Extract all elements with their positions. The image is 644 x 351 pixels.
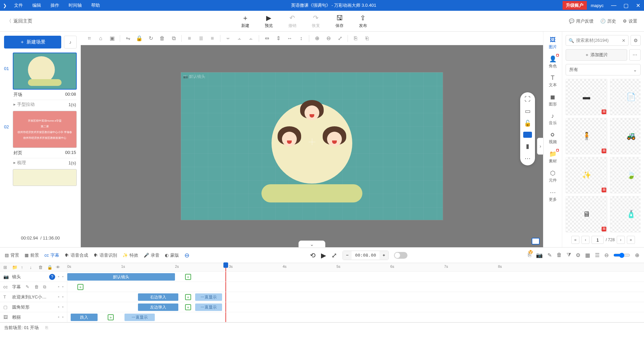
canvas[interactable]: 📷 默认镜头 ⛶ ▭ 🔓 ▮ ⋯ › (81, 45, 543, 247)
rounded-rect-shape[interactable] (261, 184, 362, 202)
asset-tile-7[interactable]: 🍃商 (610, 157, 641, 193)
tab-视频[interactable]: ⭘视频 (545, 129, 561, 147)
scene-sound-button[interactable]: ♪ (64, 36, 77, 49)
track-shape[interactable]: ▢ 圆角矩形 •• (0, 302, 67, 312)
add-keyframe[interactable]: + (185, 304, 191, 310)
header-历史[interactable]: 🕘历史 (600, 18, 616, 24)
settings-tl-icon[interactable]: ⚙ (576, 252, 580, 258)
edit-track-icon[interactable]: ✎ (547, 252, 552, 258)
asset-tile-9[interactable]: 🖥商 (566, 196, 607, 232)
list-icon[interactable]: ☰ (595, 252, 600, 258)
header-设置[interactable]: ⚙设置 (623, 18, 637, 24)
dist-h-icon[interactable]: ⇔ (262, 33, 272, 43)
tab-音乐[interactable]: ♪音乐 (545, 110, 561, 128)
keyframe-icon[interactable]: ⎘V (528, 252, 531, 258)
asset-tile-6[interactable]: ✨商 (566, 157, 607, 193)
upgrade-button[interactable]: 升级账户 (563, 1, 587, 10)
camera-tool-icon[interactable]: 📷 (536, 252, 543, 258)
folder-icon[interactable]: 📁 (12, 265, 18, 270)
zoom-out-icon[interactable]: ⊖ (323, 33, 333, 43)
tab-图片[interactable]: 🖼图片 (545, 34, 561, 52)
time-minus[interactable]: − (343, 251, 352, 260)
fit-icon[interactable]: ⤢ (335, 33, 345, 43)
page-last[interactable]: » (627, 236, 635, 244)
menu-file[interactable]: 文件 (9, 2, 28, 8)
asset-tile-0[interactable]: ▬商 (566, 79, 607, 115)
stage[interactable]: 📷 默认镜头 (181, 72, 443, 220)
time-plus[interactable]: + (380, 251, 388, 260)
align-bottom-icon[interactable]: ⫠ (246, 33, 256, 43)
search-input[interactable]: 🔍 搜索素材(26194) ✕ (566, 35, 629, 46)
up-icon[interactable]: ↑ (21, 265, 27, 270)
copy-icon[interactable]: ⎘ (351, 33, 361, 43)
asset-tile-10[interactable]: 🧴商 (610, 196, 641, 232)
page-prev[interactable]: ‹ (581, 236, 589, 244)
expand-button[interactable]: ⤢ (331, 251, 337, 259)
device-icon[interactable]: ▮ (526, 142, 529, 150)
back-home[interactable]: 〈 返回主页 (0, 18, 39, 24)
minimap-icon[interactable] (532, 238, 540, 245)
tab-素材[interactable]: 📁素材◼ (545, 148, 561, 166)
page-first[interactable]: « (571, 236, 579, 244)
camera-clip[interactable]: 默认镜头 (67, 273, 175, 281)
collapse-right-icon[interactable]: › (537, 138, 544, 155)
scene-01[interactable]: 01开场00:08▸ 手型拉动1(s) (4, 53, 77, 109)
copy-status-icon[interactable]: ⎘ (45, 325, 48, 330)
img-stay-clip[interactable]: 一直显示 (124, 314, 155, 321)
duplicate-icon[interactable]: ⧉ (169, 33, 179, 43)
bring-front-icon[interactable]: ▣ (107, 33, 117, 43)
add-image-button[interactable]: ＋ 添加图片 (566, 49, 627, 61)
tlmode-字幕[interactable]: cc字幕 (44, 252, 59, 258)
add-keyframe[interactable]: + (108, 314, 114, 320)
rewind-button[interactable]: ⟲ (310, 251, 316, 259)
category-select[interactable]: 所有 ⌄ (566, 64, 641, 75)
tlmode-前景[interactable]: ▦前景 (25, 252, 39, 258)
tlmode-蒙版[interactable]: ◐蒙版 (165, 252, 179, 258)
panel-handle[interactable]: ⌄ (298, 241, 325, 248)
toolbar-发布[interactable]: ⇪发布 (351, 13, 375, 29)
lock-icon[interactable]: 🔒 (134, 33, 144, 43)
edit-icon[interactable]: ✎ (26, 284, 32, 289)
img-enter-clip[interactable]: 跌入 (71, 314, 98, 321)
zoom-out-tl-icon[interactable]: ⊖ (604, 252, 609, 258)
maximize-button[interactable]: ▢ (620, 2, 632, 9)
asset-tile-4[interactable]: 🚜商 (610, 118, 641, 154)
zoom-in-tl-icon[interactable]: ⊕ (635, 252, 639, 258)
tab-文本[interactable]: T文本 (545, 72, 561, 90)
header-用户反馈[interactable]: 💬用户反馈 (569, 18, 594, 24)
track-text[interactable]: T 欢迎来到LYC小课堂 •• (0, 292, 67, 302)
align-top-icon[interactable]: ⫟ (223, 33, 233, 43)
page-input[interactable] (592, 236, 604, 244)
filter-button[interactable]: ⚙ (631, 35, 641, 46)
menu-help[interactable]: 帮助 (86, 2, 105, 8)
crop-icon[interactable]: ⌗ (84, 33, 94, 43)
align-middle-icon[interactable]: ⫠ (235, 33, 245, 43)
grid-icon[interactable]: ▦ (585, 252, 590, 258)
new-scene-button[interactable]: ＋ 新建场景 (4, 36, 61, 49)
unlock-icon[interactable]: 🔓 (524, 120, 531, 127)
minimize-button[interactable]: — (608, 2, 620, 8)
tab-角色[interactable]: 👤角色◼ (545, 53, 561, 71)
tab-元件[interactable]: ⬡元件 (545, 167, 561, 185)
trash-sub-icon[interactable]: 🗑 (34, 284, 40, 289)
layer-icon[interactable]: ▭ (525, 107, 531, 115)
trash-icon[interactable]: 🗑 (557, 252, 562, 258)
spacing-v-icon[interactable]: ↕ (296, 33, 306, 43)
clear-search-icon[interactable]: ✕ (622, 38, 625, 43)
username[interactable]: mapyc (587, 3, 608, 8)
tlmode-特效[interactable]: ✨特效 (122, 252, 138, 258)
delete-icon[interactable]: 🗑 (157, 33, 167, 43)
align-right-icon[interactable]: ≡ (207, 33, 217, 43)
tlmode-录音[interactable]: 🎤录音 (144, 252, 159, 258)
home-icon[interactable]: ⌂ (96, 33, 106, 43)
align-left-icon[interactable]: ≡ (184, 33, 194, 43)
down-icon[interactable]: ↓ (30, 265, 36, 270)
reset-icon[interactable]: ↻ (146, 33, 156, 43)
toolbar-保存[interactable]: 🖫保存 (328, 13, 351, 29)
dup-icon[interactable]: ⧉ (43, 284, 49, 290)
tlmode-背景[interactable]: ▨背景 (5, 252, 19, 258)
flip-h-icon[interactable]: ⇋ (123, 33, 133, 43)
loop-icon[interactable]: ⊖ (184, 252, 189, 259)
zoom-slider[interactable] (613, 252, 630, 258)
toolbar-新建[interactable]: ＋新建 (234, 13, 257, 29)
